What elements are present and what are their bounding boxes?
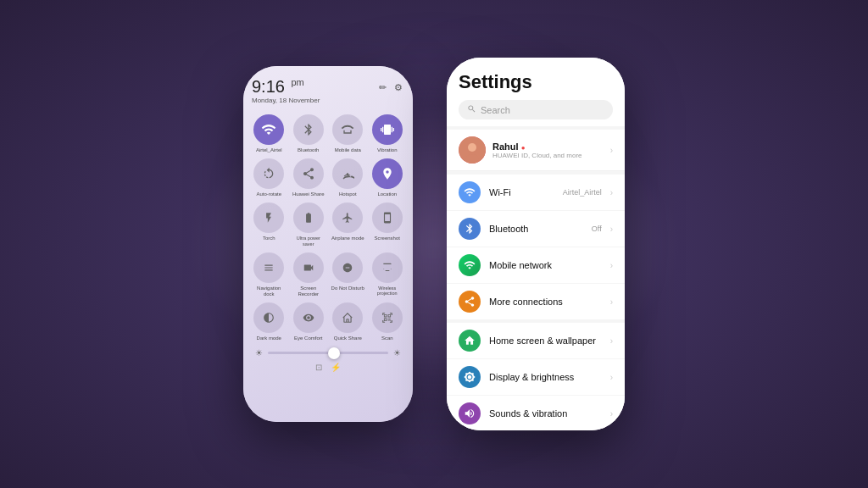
settings-section-connectivity: Wi-Fi Airtel_Airtel › Bluetooth Off › xyxy=(447,175,625,319)
brightness-thumb[interactable] xyxy=(328,347,340,359)
toggle-torch[interactable]: Torch xyxy=(252,202,287,247)
right-phone: Settings Search xyxy=(447,58,625,430)
more-connections-text: More connections xyxy=(489,297,602,307)
settings-section-display: Home screen & wallpaper › Display & brig… xyxy=(447,323,625,430)
wireless-proj-label: Wireless projection xyxy=(370,286,405,297)
mobile-data-btn[interactable] xyxy=(332,114,363,145)
nav-dock-btn[interactable] xyxy=(253,252,284,283)
toggle-mobile-data[interactable]: Mobile data xyxy=(331,114,365,153)
wifi-label: Wi-Fi xyxy=(489,187,554,197)
toggle-vibration[interactable]: Vibration xyxy=(370,114,405,153)
wifi-text: Wi-Fi xyxy=(489,187,554,197)
toggle-dark-mode[interactable]: Dark mode xyxy=(252,302,287,341)
toggle-wireless-proj[interactable]: Wireless projection xyxy=(370,252,405,297)
huawei-share-btn[interactable] xyxy=(293,158,324,189)
toggle-quick-share[interactable]: Quick Share xyxy=(331,302,365,341)
settings-item-homescreen[interactable]: Home screen & wallpaper › xyxy=(447,323,625,359)
bluetooth-label: Bluetooth xyxy=(298,147,319,153)
mobile-network-chevron-icon: › xyxy=(610,261,613,270)
search-bar[interactable]: Search xyxy=(459,100,613,119)
bluetooth-btn[interactable] xyxy=(293,114,324,145)
toggle-screen-recorder[interactable]: Screen Recorder xyxy=(292,252,326,297)
bluetooth-chevron-icon: › xyxy=(610,225,613,234)
settings-item-wifi[interactable]: Wi-Fi Airtel_Airtel › xyxy=(447,175,625,211)
eye-comfort-btn[interactable] xyxy=(293,302,324,333)
sound-icon xyxy=(459,402,481,424)
screen-recorder-btn[interactable] xyxy=(293,252,324,283)
hotspot-label: Hotspot xyxy=(339,191,357,197)
airplane-btn[interactable] xyxy=(332,202,363,233)
toggle-wifi[interactable]: Airtel_Airtel xyxy=(252,114,287,153)
time-value: 9:16 xyxy=(252,77,285,96)
left-phone: 9:16 pm Monday, 18 November ✏ ⚙ Airtel_A… xyxy=(243,66,413,422)
profile-info: Rahul ● HUAWEI ID, Cloud, and more xyxy=(492,141,604,159)
settings-item-mobile-network[interactable]: Mobile network › xyxy=(447,247,625,284)
homescreen-text: Home screen & wallpaper xyxy=(489,336,602,346)
settings-item-bluetooth[interactable]: Bluetooth Off › xyxy=(447,211,625,247)
toggle-autorotate[interactable]: Auto-rotate xyxy=(252,158,287,197)
wireless-proj-btn[interactable] xyxy=(372,252,403,283)
mobile-data-label: Mobile data xyxy=(335,147,361,153)
sounds-label: Sounds & vibration xyxy=(489,408,602,419)
torch-btn[interactable] xyxy=(253,202,284,233)
quick-share-btn[interactable] xyxy=(332,302,363,333)
settings-item-more-connections[interactable]: More connections › xyxy=(447,284,625,319)
mobile-network-label: Mobile network xyxy=(489,260,602,270)
autorotate-label: Auto-rotate xyxy=(256,191,281,197)
toggle-bluetooth[interactable]: Bluetooth xyxy=(292,114,326,153)
toggle-hotspot[interactable]: Hotspot xyxy=(331,158,365,197)
toggle-screenshot[interactable]: Screenshot xyxy=(370,202,405,247)
eye-comfort-label: Eye Comfort xyxy=(294,336,322,341)
toggle-huawei-share[interactable]: Huawei Share xyxy=(292,158,326,197)
screenshot-btn[interactable] xyxy=(372,202,403,233)
homescreen-chevron-icon: › xyxy=(610,336,613,346)
location-btn[interactable] xyxy=(372,158,403,189)
flash-icon: ⚡ xyxy=(331,363,341,372)
settings-title: Settings xyxy=(459,71,613,93)
dark-mode-btn[interactable] xyxy=(253,302,284,333)
vibration-btn[interactable] xyxy=(372,114,403,145)
settings-header: Settings Search xyxy=(447,58,625,126)
settings-item-sounds[interactable]: Sounds & vibration › xyxy=(447,396,625,430)
svg-point-1 xyxy=(468,143,476,152)
dnd-btn[interactable] xyxy=(332,252,363,283)
dnd-label: Do Not Disturb xyxy=(331,286,364,291)
toggle-location[interactable]: Location xyxy=(370,158,405,197)
edit-icon[interactable]: ✏ xyxy=(376,81,388,93)
brightness-row: ☀ ☀ xyxy=(252,348,404,358)
toggle-scan[interactable]: Scan xyxy=(370,302,405,341)
power-saver-btn[interactable] xyxy=(293,202,324,233)
location-label: Location xyxy=(377,191,397,197)
autorotate-btn[interactable] xyxy=(253,158,284,189)
wifi-chevron-icon: › xyxy=(610,188,613,197)
wifi-btn[interactable] xyxy=(253,114,284,145)
settings-screen: Settings Search xyxy=(447,58,625,430)
profile-row[interactable]: Rahul ● HUAWEI ID, Cloud, and more › xyxy=(447,130,625,171)
gear-icon[interactable]: ⚙ xyxy=(392,81,404,93)
brightness-slider[interactable] xyxy=(268,352,388,354)
torch-label: Torch xyxy=(263,236,275,241)
toggle-power-saver[interactable]: Ultra power saver xyxy=(292,202,326,247)
dark-mode-label: Dark mode xyxy=(257,336,281,341)
toggle-dnd[interactable]: Do Not Disturb xyxy=(331,252,365,297)
homescreen-icon xyxy=(459,330,481,352)
display-label: Display & brightness xyxy=(489,372,602,382)
profile-dot: ● xyxy=(521,144,526,152)
time-suffix: pm xyxy=(292,77,304,87)
control-center-screen: 9:16 pm Monday, 18 November ✏ ⚙ Airtel_A… xyxy=(243,66,413,422)
settings-item-display[interactable]: Display & brightness › xyxy=(447,359,625,396)
toggle-nav-dock[interactable]: Navigation dock xyxy=(252,252,287,297)
bluetooth-text: Bluetooth xyxy=(489,224,583,234)
profile-name: Rahul ● xyxy=(492,141,604,152)
status-icons: ✏ ⚙ xyxy=(376,81,404,93)
scan-btn[interactable] xyxy=(372,302,403,333)
more-connections-icon xyxy=(459,291,481,313)
time-block: 9:16 pm Monday, 18 November xyxy=(252,78,320,104)
toggle-eye-comfort[interactable]: Eye Comfort xyxy=(292,302,326,341)
bottom-bar: ⊡ ⚡ xyxy=(252,358,404,377)
power-saver-label: Ultra power saver xyxy=(292,236,326,247)
sounds-chevron-icon: › xyxy=(610,409,613,419)
hotspot-btn[interactable] xyxy=(332,158,363,189)
toggle-airplane[interactable]: Airplane mode xyxy=(331,202,365,247)
homescreen-label: Home screen & wallpaper xyxy=(489,336,602,346)
